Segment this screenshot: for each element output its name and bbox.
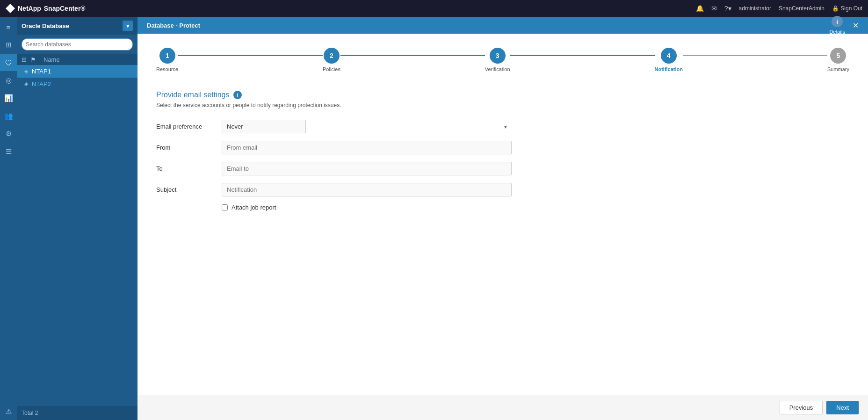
step-3-label: Verification: [485, 66, 510, 72]
item-icon-ntap1: ◈: [24, 68, 28, 74]
from-label: From: [156, 144, 222, 151]
from-input[interactable]: [222, 141, 512, 154]
next-button[interactable]: Next: [826, 401, 859, 414]
sidebar-footer: Total 2: [17, 406, 137, 420]
nav-alerts[interactable]: ⚠: [0, 403, 17, 420]
tenant-label[interactable]: SnapCenterAdmin: [779, 5, 825, 12]
step-1-circle: 1: [159, 48, 175, 64]
close-button[interactable]: ✕: [853, 21, 859, 30]
nav-settings[interactable]: ☰: [0, 143, 17, 160]
connector-3-4: [510, 55, 655, 56]
step-3[interactable]: 3 Verification: [485, 48, 510, 72]
section-title-text: Provide email settings: [156, 91, 230, 99]
nav-dashboard[interactable]: ⊞: [0, 36, 17, 53]
sidebar: Oracle Database ▾ ⊟ ⚑ Name ◈ NTAP1 ◈ NTA…: [17, 17, 137, 420]
step-2-label: Policies: [323, 66, 340, 72]
app-logo-text: NetApp: [18, 5, 41, 12]
mail-icon[interactable]: ✉: [711, 5, 717, 12]
email-preference-control: Never Always On Failure ▼: [222, 120, 512, 133]
nav-menu[interactable]: ≡: [0, 19, 17, 36]
email-preference-row: Email preference Never Always On Failure…: [156, 120, 849, 133]
sidebar-menu-button[interactable]: ▾: [123, 21, 133, 31]
section-subtitle: Select the service accounts or people to…: [156, 102, 849, 109]
to-input[interactable]: [222, 162, 512, 175]
subject-row: Subject: [156, 183, 849, 196]
flag-icon[interactable]: ⚑: [30, 56, 36, 63]
step-1-label: Resource: [156, 66, 178, 72]
admin-label[interactable]: administrator: [739, 5, 771, 12]
subject-control: [222, 183, 512, 196]
step-2-circle: 2: [324, 48, 340, 64]
signout-button[interactable]: 🔒 Sign Out: [832, 5, 862, 12]
step-5-label: Summary: [827, 66, 849, 72]
step-4-circle: 4: [661, 48, 677, 64]
sidebar-title: Oracle Database: [22, 22, 69, 29]
name-column-header: Name: [40, 56, 133, 63]
step-5[interactable]: 5 Summary: [827, 48, 849, 72]
search-input[interactable]: [22, 38, 133, 51]
nav-protect[interactable]: 🛡: [0, 54, 17, 71]
connector-4-5: [683, 55, 827, 56]
info-icon[interactable]: i: [233, 91, 242, 99]
left-nav: ≡ ⊞ 🛡 ◎ 📊 👥 ⚙ ☰ ⚠: [0, 17, 17, 420]
email-preference-select[interactable]: Never Always On Failure: [222, 120, 306, 133]
content-area: Database - Protect i Details ✕ 1 Resourc…: [137, 17, 868, 420]
sidebar-item-label-ntap1: NTAP1: [32, 68, 51, 75]
connector-1-2: [178, 55, 323, 56]
step-3-circle: 3: [490, 48, 506, 64]
total-label: Total 2: [22, 410, 38, 416]
filter-icon[interactable]: ⊟: [22, 56, 27, 63]
app-branding: NetApp SnapCenter®: [6, 4, 86, 13]
step-2[interactable]: 2 Policies: [323, 48, 340, 72]
nav-reports[interactable]: 📊: [0, 90, 17, 107]
help-icon[interactable]: ?▾: [724, 5, 731, 12]
subject-input[interactable]: [222, 183, 512, 196]
step-1[interactable]: 1 Resource: [156, 48, 178, 72]
nav-monitor[interactable]: ◎: [0, 72, 17, 89]
nav-users[interactable]: 👥: [0, 108, 17, 124]
from-control: [222, 141, 512, 154]
main-content: 1 Resource 2 Policies 3: [137, 34, 868, 395]
step-4[interactable]: 4 Notification: [655, 48, 683, 72]
step-5-circle: 5: [830, 48, 846, 64]
content-header: Database - Protect i Details ✕: [137, 17, 868, 34]
subject-label: Subject: [156, 186, 222, 193]
previous-button[interactable]: Previous: [780, 401, 823, 414]
wizard-steps: 1 Resource 2 Policies 3: [156, 48, 849, 72]
sidebar-item-ntap2[interactable]: ◈ NTAP2: [17, 78, 137, 90]
to-label: To: [156, 165, 222, 172]
top-header: NetApp SnapCenter® 🔔 ✉ ?▾ administrator …: [0, 0, 868, 17]
section-title: Provide email settings i: [156, 91, 849, 99]
step-4-label: Notification: [655, 66, 683, 72]
notification-icon[interactable]: 🔔: [696, 5, 704, 12]
attach-job-report-checkbox[interactable]: [222, 204, 228, 210]
netapp-brand-icon: [6, 4, 15, 13]
nav-hosts[interactable]: ⚙: [0, 125, 17, 142]
from-row: From: [156, 141, 849, 154]
netapp-logo: NetApp SnapCenter®: [6, 4, 86, 13]
to-row: To: [156, 162, 849, 175]
sidebar-header: Oracle Database ▾: [17, 17, 137, 35]
header-actions: 🔔 ✉ ?▾ administrator SnapCenterAdmin 🔒 S…: [696, 5, 862, 12]
to-control: [222, 162, 512, 175]
content-header-title: Database - Protect: [147, 22, 200, 29]
content-footer: Previous Next: [137, 395, 868, 420]
sidebar-item-ntap1[interactable]: ◈ NTAP1: [17, 65, 137, 78]
attach-job-report-row: Attach job report: [222, 204, 849, 211]
email-preference-label: Email preference: [156, 123, 222, 130]
connector-2-3: [340, 55, 485, 56]
sidebar-item-label-ntap2: NTAP2: [32, 80, 51, 87]
main-layout: ≡ ⊞ 🛡 ◎ 📊 👥 ⚙ ☰ ⚠ Oracle Database ▾ ⊟ ⚑ …: [0, 17, 868, 420]
sidebar-search-area: [17, 35, 137, 54]
item-icon-ntap2: ◈: [24, 81, 28, 87]
app-name-text: SnapCenter®: [44, 5, 86, 12]
sidebar-table-header: ⊟ ⚑ Name: [17, 54, 137, 65]
select-arrow-icon: ▼: [503, 124, 508, 129]
details-icon: i: [832, 16, 843, 27]
details-panel-toggle[interactable]: i Details: [829, 16, 845, 35]
attach-job-report-label[interactable]: Attach job report: [231, 204, 276, 211]
